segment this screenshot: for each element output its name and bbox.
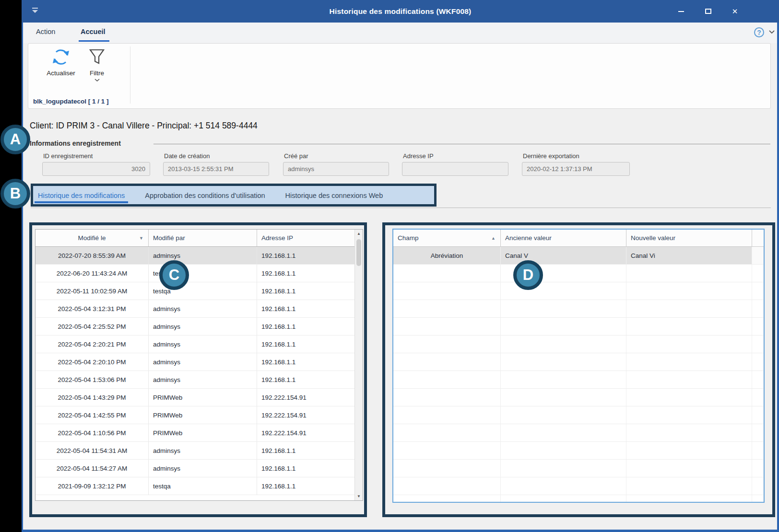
table-row[interactable] bbox=[393, 318, 764, 335]
table-row[interactable] bbox=[393, 371, 764, 389]
table-row[interactable] bbox=[393, 389, 764, 406]
date-creation-input[interactable]: 2013-03-15 2:55:31 PM bbox=[163, 162, 269, 176]
table-cell: adminsys bbox=[149, 353, 257, 370]
table-row[interactable] bbox=[393, 335, 764, 353]
table-cell: adminsys bbox=[149, 371, 257, 388]
window-title: Historique des modifications (WKF008) bbox=[22, 0, 779, 23]
column-header-spacer bbox=[752, 230, 764, 246]
adresse-ip-input[interactable] bbox=[402, 162, 508, 176]
table-cell bbox=[501, 460, 626, 477]
ribbon-tab-accueil[interactable]: Accueil bbox=[81, 28, 106, 35]
table-cell bbox=[501, 318, 626, 335]
table-cell bbox=[501, 282, 626, 300]
table-row[interactable] bbox=[393, 460, 764, 477]
table-cell bbox=[626, 442, 752, 459]
table-cell bbox=[393, 265, 501, 282]
column-header-ancienne-valeur[interactable]: Ancienne valeur bbox=[501, 230, 626, 246]
column-header-champ[interactable]: Champ ▲ bbox=[393, 230, 501, 246]
table-row[interactable]: 2022-05-04 1:42:55 PMPRIMWeb192.222.154.… bbox=[35, 406, 354, 424]
cree-par-input[interactable]: adminsys bbox=[283, 162, 389, 176]
table-cell bbox=[393, 353, 501, 370]
ribbon-collapse-chevron-icon[interactable] bbox=[769, 30, 775, 34]
table-cell: 192.168.1.1 bbox=[257, 477, 354, 495]
table-row[interactable] bbox=[393, 282, 764, 300]
table-row[interactable]: 2022-06-20 11:43:24 AMtestqa192.168.1.1 bbox=[35, 265, 354, 282]
table-row[interactable]: 2022-05-04 1:43:29 PMPRIMWeb192.222.154.… bbox=[35, 389, 354, 406]
ribbon-tab-action[interactable]: Action bbox=[36, 28, 55, 35]
table-cell bbox=[626, 353, 752, 370]
vertical-scrollbar[interactable]: ▲ ▼ bbox=[354, 230, 363, 500]
table-row[interactable]: 2022-05-04 11:54:27 AMadminsys192.168.1.… bbox=[35, 460, 354, 477]
table-row[interactable]: AbréviationCanal VCanal Vi bbox=[393, 247, 764, 265]
table-row[interactable] bbox=[393, 300, 764, 318]
table-row[interactable]: 2022-05-04 2:25:52 PMadminsys192.168.1.1 bbox=[35, 318, 354, 335]
table-row[interactable] bbox=[393, 265, 764, 282]
history-table-header: Modifié le ▼ Modifié par Adresse IP bbox=[35, 230, 354, 247]
history-table-main: Modifié le ▼ Modifié par Adresse IP 2022… bbox=[35, 230, 354, 500]
table-cell: 2022-05-04 2:20:21 PM bbox=[35, 335, 149, 353]
table-cell: 192.168.1.1 bbox=[257, 353, 354, 370]
table-cell bbox=[501, 389, 626, 406]
table-row[interactable] bbox=[393, 495, 764, 503]
table-cell: 2022-05-04 1:43:29 PM bbox=[35, 389, 149, 406]
id-enregistrement-input[interactable]: 3020 bbox=[42, 162, 150, 176]
table-cell bbox=[752, 495, 764, 503]
changes-table: Champ ▲ Ancienne valeur Nouvelle valeur … bbox=[392, 229, 765, 503]
minimize-button[interactable] bbox=[671, 3, 692, 20]
maximize-button[interactable] bbox=[697, 3, 719, 20]
table-row[interactable] bbox=[393, 442, 764, 460]
table-cell bbox=[752, 460, 764, 477]
table-cell: 2021-09-09 1:32:12 PM bbox=[35, 477, 149, 495]
table-row[interactable]: 2021-09-09 1:32:12 PMtestqa192.168.1.1 bbox=[35, 477, 354, 495]
changes-table-header: Champ ▲ Ancienne valeur Nouvelle valeur bbox=[393, 230, 764, 247]
help-icon[interactable]: ? bbox=[754, 27, 764, 37]
table-row[interactable]: 2022-05-04 1:10:56 PMPRIMWeb192.222.154.… bbox=[35, 424, 354, 442]
sort-asc-icon: ▲ bbox=[491, 236, 496, 241]
table-cell: 2022-05-04 2:20:10 PM bbox=[35, 353, 149, 370]
derniere-exportation-input[interactable]: 2020-02-12 1:37:13 PM bbox=[522, 162, 630, 176]
table-cell: 192.168.1.1 bbox=[257, 282, 354, 300]
screenshot-canvas: Historique des modifications (WKF008) ✕ … bbox=[0, 0, 779, 532]
filtre-button[interactable]: Filtre bbox=[82, 47, 112, 82]
table-cell bbox=[501, 300, 626, 317]
sort-desc-icon: ▼ bbox=[139, 236, 143, 241]
maximize-icon bbox=[705, 9, 711, 14]
tab-historique-des-modifications[interactable]: Historique des modifications bbox=[38, 192, 125, 199]
scrollbar-thumb[interactable] bbox=[356, 239, 361, 266]
field-label: Dernière exportation bbox=[523, 152, 630, 160]
table-row[interactable] bbox=[393, 406, 764, 424]
tab-approbation-conditions[interactable]: Approbation des conditions d'utilisation bbox=[145, 192, 265, 199]
minimize-icon bbox=[678, 11, 684, 12]
tab-historique-connexions-web[interactable]: Historique des connexions Web bbox=[285, 192, 383, 199]
table-row[interactable]: 2022-05-04 11:54:31 AMadminsys192.168.1.… bbox=[35, 442, 354, 460]
field-derniere-exportation: Dernière exportation 2020-02-12 1:37:13 … bbox=[522, 152, 630, 176]
history-table-body: 2022-07-20 8:55:39 AMadminsys192.168.1.1… bbox=[35, 247, 354, 495]
column-header-modifie-le[interactable]: Modifié le ▼ bbox=[35, 230, 149, 246]
table-row[interactable]: 2022-05-04 2:20:21 PMadminsys192.168.1.1 bbox=[35, 335, 354, 353]
table-row[interactable] bbox=[393, 477, 764, 495]
table-row[interactable]: 2022-05-11 10:02:59 AMtestqa192.168.1.1 bbox=[35, 282, 354, 300]
table-row[interactable]: 2022-05-04 2:20:10 PMadminsys192.168.1.1 bbox=[35, 353, 354, 371]
table-cell bbox=[626, 495, 752, 503]
table-row[interactable] bbox=[393, 424, 764, 442]
table-row[interactable] bbox=[393, 353, 764, 371]
table-cell: adminsys bbox=[149, 318, 257, 335]
table-cell: PRIMWeb bbox=[149, 424, 257, 441]
table-cell bbox=[626, 460, 752, 477]
table-cell bbox=[393, 442, 501, 459]
table-row[interactable]: 2022-05-04 3:12:31 PMadminsys192.168.1.1 bbox=[35, 300, 354, 318]
table-cell bbox=[393, 300, 501, 317]
record-info-group-line bbox=[153, 144, 770, 144]
table-row[interactable]: 2022-07-20 8:55:39 AMadminsys192.168.1.1 bbox=[35, 247, 354, 265]
close-button[interactable]: ✕ bbox=[724, 3, 745, 20]
column-header-modifie-par[interactable]: Modifié par bbox=[149, 230, 257, 246]
scroll-down-icon[interactable]: ▼ bbox=[355, 492, 363, 500]
column-header-adresse-ip[interactable]: Adresse IP bbox=[257, 230, 354, 246]
table-cell bbox=[752, 335, 764, 353]
actualiser-button[interactable]: Actualiser bbox=[41, 47, 81, 77]
column-header-nouvelle-valeur[interactable]: Nouvelle valeur bbox=[626, 230, 752, 246]
table-row[interactable]: 2022-05-04 1:53:06 PMadminsys192.168.1.1 bbox=[35, 371, 354, 389]
table-cell bbox=[393, 318, 501, 335]
scroll-up-icon[interactable]: ▲ bbox=[355, 230, 363, 238]
table-cell bbox=[752, 442, 764, 459]
